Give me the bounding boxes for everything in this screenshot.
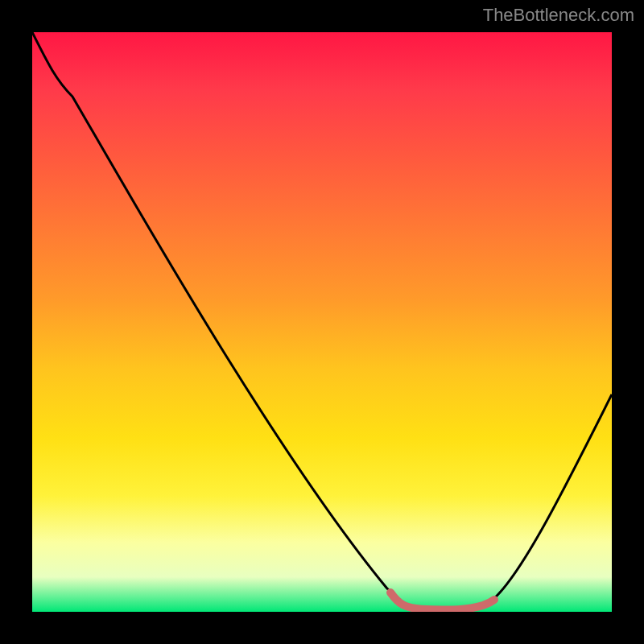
watermark-text: TheBottleneck.com bbox=[483, 5, 634, 26]
valley-highlight bbox=[390, 592, 494, 609]
bottleneck-curve bbox=[32, 32, 612, 612]
curve-path bbox=[32, 32, 612, 609]
chart-plot-area bbox=[32, 32, 612, 612]
